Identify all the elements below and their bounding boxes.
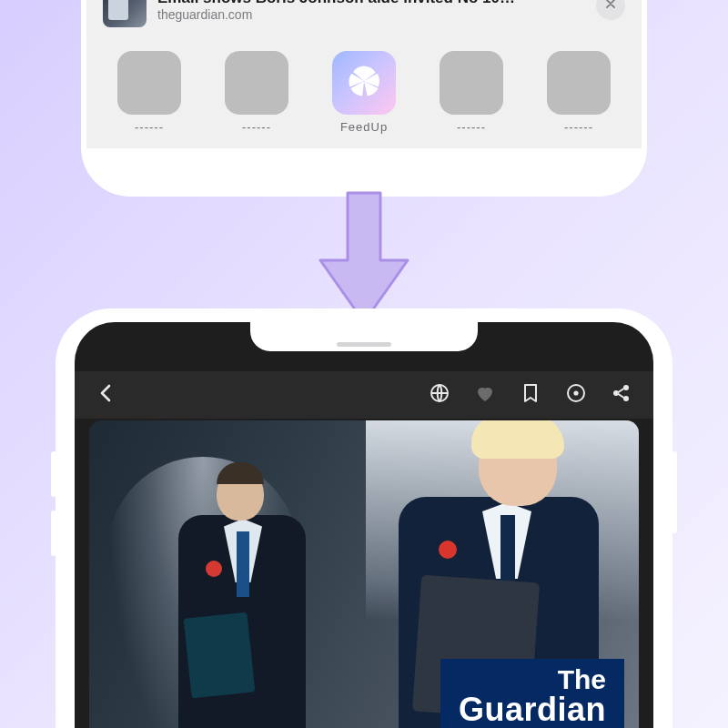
svg-point-5 xyxy=(623,396,629,401)
bookmark-icon xyxy=(520,382,541,408)
close-icon xyxy=(604,0,617,14)
app-label: ------ xyxy=(564,120,593,134)
share-nodes-icon xyxy=(611,382,632,408)
pinwheel-icon xyxy=(344,61,384,105)
app-icon-placeholder xyxy=(225,51,288,115)
flow-arrow xyxy=(309,189,419,326)
phone-side-button xyxy=(51,451,56,497)
share-app-placeholder[interactable]: ------ xyxy=(108,51,190,134)
favorite-button[interactable] xyxy=(473,383,497,407)
back-button[interactable] xyxy=(95,383,118,407)
brand-line2: Guardian xyxy=(459,693,606,726)
svg-point-4 xyxy=(623,385,629,390)
share-app-placeholder[interactable]: ------ xyxy=(216,51,298,134)
image-figure xyxy=(160,460,315,728)
share-app-row: ------ ------ xyxy=(103,27,625,143)
chevron-left-icon xyxy=(96,382,117,408)
phone-side-button xyxy=(672,451,677,533)
app-screen: The Guardian xyxy=(75,322,653,728)
app-topbar xyxy=(75,371,653,419)
app-icon-placeholder xyxy=(117,51,181,115)
svg-point-3 xyxy=(613,390,619,396)
bookmark-button[interactable] xyxy=(519,383,542,407)
share-link-row[interactable]: Email shows Boris Johnson aide invited N… xyxy=(103,0,625,27)
heart-icon xyxy=(474,382,496,408)
article-hero-image[interactable]: The Guardian xyxy=(89,420,639,728)
app-icon-placeholder xyxy=(547,51,611,115)
share-sheet: Email shows Boris Johnson aide invited N… xyxy=(86,0,642,148)
globe-icon xyxy=(429,382,450,408)
svg-point-2 xyxy=(573,390,578,395)
reader-button[interactable] xyxy=(564,383,588,407)
globe-button[interactable] xyxy=(428,383,451,407)
app-label: ------ xyxy=(457,120,486,134)
target-icon xyxy=(565,382,587,408)
share-text: Email shows Boris Johnson aide invited N… xyxy=(157,0,585,22)
share-app-placeholder[interactable]: ------ xyxy=(538,51,620,134)
feedup-app-icon xyxy=(332,51,396,115)
app-label: ------ xyxy=(242,120,271,134)
app-label: FeedUp xyxy=(340,120,388,134)
publication-brand: The Guardian xyxy=(440,659,624,728)
app-label: ------ xyxy=(135,120,164,134)
phone-notch xyxy=(250,322,478,351)
close-button[interactable] xyxy=(596,0,625,20)
share-domain: theguardian.com xyxy=(157,7,585,22)
brand-line1: The xyxy=(459,666,606,693)
phone-mockup-app: The Guardian xyxy=(62,315,666,728)
share-app-feedup[interactable]: FeedUp xyxy=(323,51,405,134)
share-thumbnail xyxy=(103,0,147,27)
share-app-placeholder[interactable]: ------ xyxy=(430,51,512,134)
share-button[interactable] xyxy=(610,383,633,407)
app-icon-placeholder xyxy=(440,51,503,115)
phone-mockup-share: Email shows Boris Johnson aide invited N… xyxy=(86,0,642,191)
phone-side-button xyxy=(51,511,56,556)
share-title: Email shows Boris Johnson aide invited N… xyxy=(157,0,585,7)
